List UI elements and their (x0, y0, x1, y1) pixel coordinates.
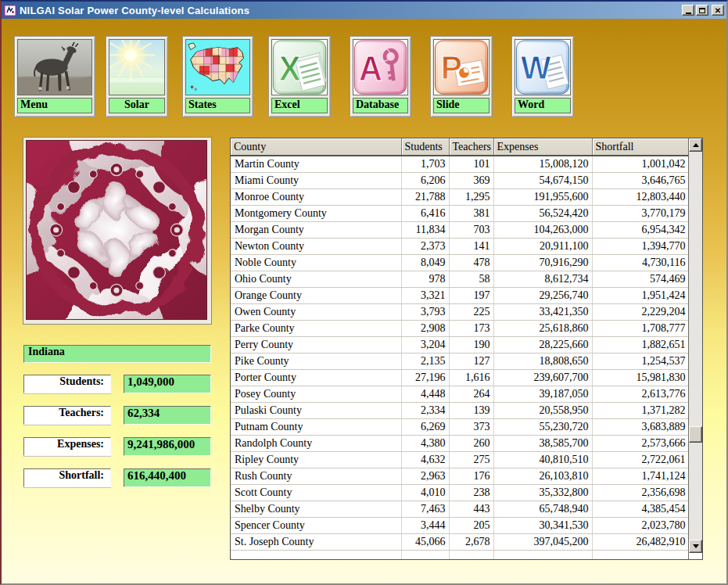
table-row[interactable]: Porter County27,1961,616239,607,70015,98… (231, 369, 689, 386)
table-row[interactable]: Putnam County6,26937355,230,7203,683,889 (231, 418, 689, 435)
table-cell: 2,135 (401, 353, 449, 369)
table-cell: 2,229,204 (592, 303, 689, 320)
excel-button[interactable]: X Excel (268, 36, 331, 117)
table-cell: 8,612,734 (493, 271, 592, 287)
table-cell: 574,469 (592, 271, 689, 287)
scroll-down-icon (693, 544, 699, 548)
scrollbar-thumb[interactable] (689, 426, 702, 443)
students-value-field[interactable]: 1,049,000 (124, 375, 211, 393)
table-cell: 6,206 (401, 172, 449, 188)
column-header-shortfall[interactable]: Shortfall (592, 138, 689, 156)
nilgai-photo-icon (17, 39, 92, 95)
table-cell: 2,678 (449, 533, 493, 550)
table-cell: 27,196 (401, 369, 449, 386)
table-cell: Ripley County (231, 451, 401, 468)
table-row[interactable]: Pulaski County2,33413920,558,9501,371,28… (231, 402, 689, 418)
scroll-up-button[interactable] (689, 138, 702, 152)
table-cell: 15,008,120 (493, 156, 592, 172)
title-bar[interactable]: NILGAI Solar Power County-level Calculat… (2, 2, 726, 19)
table-row[interactable]: Orange County3,32119729,256,7401,951,424 (231, 287, 689, 303)
table-cell: 1,254,537 (592, 353, 689, 369)
table-row[interactable]: Newton County2,37314120,911,1001,394,770 (231, 238, 689, 254)
table-row[interactable]: Scott County4,01023835,332,8002,356,698 (231, 484, 689, 501)
table-cell: 978 (401, 271, 449, 287)
table-cell: St. Joseph County (231, 533, 401, 550)
window-controls: ✕ (682, 5, 724, 16)
word-button[interactable]: W Word (511, 36, 574, 117)
table-cell: 101 (449, 156, 493, 172)
table-row[interactable]: Montgomery County6,41638156,524,4203,770… (231, 205, 689, 221)
table-cell (231, 550, 401, 559)
table-cell: 381 (449, 205, 493, 221)
table-row[interactable]: St. Joseph County45,0662,678397,045,2002… (231, 533, 689, 550)
table-cell: Putnam County (231, 418, 401, 435)
slide-button[interactable]: P Slide (430, 36, 493, 117)
table-cell: 225 (449, 303, 493, 320)
table-row[interactable]: Spencer County3,44420530,341,5302,023,78… (231, 517, 689, 533)
close-button[interactable]: ✕ (712, 5, 724, 16)
table-cell: 397,045,200 (493, 533, 592, 550)
table-row[interactable]: Morgan County11,834703104,263,0006,954,3… (231, 221, 689, 238)
table-cell: 12,803,440 (592, 188, 689, 205)
table-cell: 4,730,116 (592, 254, 689, 271)
table-cell: 39,187,050 (493, 386, 592, 402)
column-header-students[interactable]: Students (401, 138, 449, 156)
county-table: CountyStudentsTeachersExpensesShortfall … (231, 138, 689, 559)
states-button[interactable]: States (182, 36, 253, 117)
table-cell: 21,788 (401, 188, 449, 205)
table-cell: 191,955,600 (493, 188, 592, 205)
table-row[interactable]: Perry County3,20419028,225,6601,882,651 (231, 336, 689, 353)
county-data-grid: CountyStudentsTeachersExpensesShortfall … (230, 138, 703, 560)
expenses-value-field[interactable]: 9,241,986,000 (124, 437, 211, 456)
table-row[interactable]: Ripley County4,63227540,810,5102,722,061 (231, 451, 689, 468)
table-cell: 3,444 (401, 517, 449, 533)
table-row[interactable]: Pike County2,13512718,808,6501,254,537 (231, 353, 689, 369)
minimize-button[interactable] (682, 5, 694, 16)
teachers-value-field[interactable]: 62,334 (124, 406, 211, 425)
menu-button[interactable]: Menu (14, 36, 95, 117)
svg-text:P: P (441, 49, 462, 86)
vertical-scrollbar[interactable] (689, 138, 702, 553)
table-cell: 30,341,530 (493, 517, 592, 533)
students-label: Students: (23, 375, 111, 393)
table-cell: 2,722,061 (592, 451, 689, 468)
scroll-down-button[interactable] (689, 540, 702, 553)
table-cell: 54,674,150 (493, 172, 592, 188)
table-row[interactable]: Ohio County978588,612,734574,469 (231, 271, 689, 287)
table-row[interactable]: Owen County3,79322533,421,3502,229,204 (231, 303, 689, 320)
table-row[interactable]: Shelby County7,46344365,748,9404,385,454 (231, 501, 689, 517)
table-row[interactable]: Monroe County21,7881,295191,955,60012,80… (231, 188, 689, 205)
table-row[interactable]: Parke County2,90817325,618,8601,708,777 (231, 320, 689, 336)
close-icon: ✕ (715, 6, 721, 15)
table-cell: 197 (449, 287, 493, 303)
table-cell: 2,573,666 (592, 435, 689, 451)
table-cell: 3,204 (401, 336, 449, 353)
table-cell: Monroe County (231, 188, 401, 205)
table-cell: Pulaski County (231, 402, 401, 418)
table-row[interactable]: Noble County8,04947870,916,2904,730,116 (231, 254, 689, 271)
table-cell: Scott County (231, 484, 401, 501)
table-row[interactable]: Randolph County4,38026038,585,7002,573,6… (231, 435, 689, 451)
table-row[interactable]: Posey County4,44826439,187,0502,613,776 (231, 386, 689, 402)
table-row[interactable]: Rush County2,96317626,103,8101,741,124 (231, 468, 689, 484)
table-cell: 11,834 (401, 221, 449, 238)
column-header-expenses[interactable]: Expenses (493, 138, 592, 156)
table-cell: 2,023,780 (592, 517, 689, 533)
table-cell: 1,882,651 (592, 336, 689, 353)
shortfall-value-field[interactable]: 616,440,400 (124, 468, 211, 487)
solar-button[interactable]: Solar (106, 36, 168, 117)
table-cell: 6,269 (401, 418, 449, 435)
app-body: Menu Solar (2, 19, 726, 583)
table-cell: Pike County (231, 353, 401, 369)
column-header-teachers[interactable]: Teachers (449, 138, 493, 156)
access-app-icon: A (353, 39, 408, 95)
database-button[interactable]: A Database (350, 36, 411, 117)
table-cell: 141 (449, 238, 493, 254)
word-button-label: Word (515, 98, 571, 113)
column-header-county[interactable]: County (231, 138, 401, 156)
table-row[interactable]: Martin County1,70310115,008,1201,001,042 (231, 156, 689, 172)
table-cell: 260 (449, 435, 493, 451)
table-cell: 1,741,124 (592, 468, 689, 484)
maximize-button[interactable] (696, 5, 708, 16)
table-row[interactable]: Miami County6,20636954,674,1503,646,765 (231, 172, 689, 188)
